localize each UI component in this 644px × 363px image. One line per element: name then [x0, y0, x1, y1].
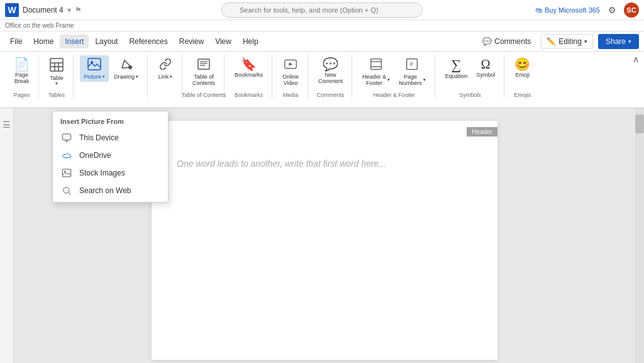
- stock-images-label: Stock Images: [79, 169, 125, 177]
- bookmarks-button[interactable]: 🔖 Bookmarks: [231, 55, 267, 81]
- page-break-button[interactable]: 📄 PageBreak: [10, 55, 33, 87]
- header-footer-button[interactable]: Header &Footer ▾: [358, 55, 394, 89]
- device-icon: [60, 133, 73, 143]
- editing-button[interactable]: ✏️ Editing ▾: [541, 34, 593, 49]
- doc-title: Document 4: [23, 6, 64, 14]
- ribbon-group-tables: Table ▾ Tables: [40, 54, 74, 98]
- online-video-button[interactable]: OnlineVideo: [279, 55, 303, 89]
- svg-rect-14: [371, 59, 382, 70]
- page-numbers-button[interactable]: # PageNumbers ▾: [395, 55, 430, 89]
- table-icon: [50, 58, 64, 74]
- svg-point-7: [128, 65, 132, 69]
- tables-buttons: Table ▾: [45, 54, 68, 89]
- toc-button[interactable]: Table ofContents: [189, 55, 219, 89]
- search-on-web-label: Search on Web: [79, 186, 131, 195]
- ribbon-group-comments: 💬 NewComment Comments: [309, 54, 352, 98]
- menu-bar: File Home Insert Layout References Revie…: [0, 31, 644, 52]
- media-group-label: Media: [283, 92, 299, 98]
- links-buttons: Link ▾: [154, 54, 177, 82]
- share-button[interactable]: Share ▾: [598, 34, 639, 49]
- header-footer-buttons: Header &Footer ▾ # PageNumbers ▾: [358, 54, 430, 89]
- menu-bar-right: 💬 Comments ✏️ Editing ▾ Share ▾: [477, 34, 639, 49]
- tables-group-label: Tables: [48, 92, 65, 98]
- avatar[interactable]: SC: [624, 3, 639, 18]
- pages-buttons: 📄 PageBreak: [10, 54, 33, 87]
- document-placeholder[interactable]: One word leads to another, write that fi…: [152, 121, 497, 206]
- sidebar-toggle[interactable]: ☰: [3, 120, 11, 130]
- search-input[interactable]: [221, 3, 423, 18]
- comments-icon: 💬: [482, 37, 492, 46]
- dropdown-header: Insert Picture From: [53, 114, 168, 129]
- stock-images-icon: [60, 168, 73, 178]
- menu-help[interactable]: Help: [238, 35, 264, 48]
- picture-icon: [87, 58, 101, 72]
- svg-rect-8: [198, 59, 209, 69]
- vertical-scrollbar[interactable]: [635, 108, 644, 363]
- emoji-button[interactable]: 😊 Emoji: [511, 55, 534, 81]
- symbol-button[interactable]: Ω Symbol: [472, 55, 499, 81]
- bookmarks-buttons: 🔖 Bookmarks: [231, 54, 267, 81]
- ribbon-group-illustrations: Picture ▾ Drawing: [75, 54, 148, 98]
- symbol-icon: Ω: [481, 58, 491, 70]
- ribbon-group-emojis: 😊 Emoji Emojis: [506, 54, 539, 98]
- ribbon-collapse-button[interactable]: ∧: [633, 54, 639, 64]
- table-chevron: ▾: [55, 81, 58, 86]
- svg-marker-13: [289, 63, 293, 66]
- toc-group-label: Table of Contents: [182, 92, 226, 98]
- settings-button[interactable]: ⚙: [605, 3, 619, 17]
- comments-button[interactable]: 💬 Comments: [477, 35, 536, 48]
- svg-line-25: [69, 193, 71, 195]
- picture-label: Picture: [84, 74, 101, 80]
- buy-microsoft-button[interactable]: 🛍 Buy Microsoft 365: [535, 6, 600, 14]
- emoji-icon: 😊: [514, 58, 530, 70]
- drawing-button-top[interactable]: [116, 55, 137, 74]
- ribbon-group-toc: Table ofContents Table of Contents: [184, 54, 225, 98]
- header-label: Header: [467, 127, 497, 137]
- search-on-web-item[interactable]: Search on Web: [53, 182, 168, 199]
- picture-button-top[interactable]: [84, 55, 105, 74]
- document-page: Header One word leads to another, write …: [152, 121, 497, 360]
- link-icon: [158, 58, 172, 72]
- title-bar: W Document 4 ▾ ⚑ 🔍 🛍 Buy Microsoft 365 ⚙…: [0, 0, 644, 20]
- buy-ms-icon: 🛍: [535, 6, 542, 14]
- equation-icon: ∑: [452, 58, 462, 72]
- header-footer-group-label: Header & Footer: [373, 92, 415, 98]
- search-web-icon: [60, 186, 73, 196]
- stock-images-item[interactable]: Stock Images: [53, 164, 168, 182]
- picture-chevron: ▾: [103, 74, 105, 79]
- ribbon-group-symbols: ∑ Equation Ω Symbol Symbols: [436, 54, 505, 98]
- table-button[interactable]: Table ▾: [45, 55, 68, 89]
- onedrive-label: OneDrive: [79, 151, 111, 160]
- illustrations-buttons: Picture ▾ Drawing: [80, 54, 142, 82]
- menu-insert[interactable]: Insert: [60, 35, 89, 48]
- new-comment-icon: 💬: [323, 58, 338, 70]
- svg-text:#: #: [410, 61, 414, 67]
- equation-button[interactable]: ∑ Equation: [441, 55, 472, 82]
- drawing-label: Drawing: [114, 74, 135, 80]
- title-bar-right: 🛍 Buy Microsoft 365 ⚙ SC: [535, 3, 639, 18]
- ribbon-group-media: OnlineVideo Media: [274, 54, 308, 98]
- page-numbers-icon: #: [405, 58, 419, 72]
- this-device-item[interactable]: This Device: [53, 129, 168, 147]
- onedrive-item[interactable]: OneDrive: [53, 147, 168, 164]
- menu-file[interactable]: File: [5, 35, 27, 48]
- drawing-chevron: ▾: [136, 74, 138, 79]
- picture-button-bottom[interactable]: Picture ▾: [80, 74, 109, 82]
- new-comment-button[interactable]: 💬 NewComment: [314, 55, 347, 87]
- app-bar-text: Office on the web Frame: [5, 22, 74, 29]
- bookmarks-group-label: Bookmarks: [235, 92, 263, 98]
- drawing-button-bottom[interactable]: Drawing ▾: [110, 74, 142, 82]
- menu-review[interactable]: Review: [174, 35, 209, 48]
- picture-button[interactable]: Picture ▾: [80, 55, 109, 82]
- menu-layout[interactable]: Layout: [90, 35, 123, 48]
- svg-point-24: [64, 187, 69, 193]
- drawing-button[interactable]: Drawing ▾: [110, 55, 142, 82]
- ribbon-group-pages: 📄 PageBreak Pages: [5, 54, 39, 98]
- link-button[interactable]: Link ▾: [154, 55, 177, 82]
- menu-home[interactable]: Home: [28, 35, 58, 48]
- menu-view[interactable]: View: [210, 35, 236, 48]
- svg-rect-19: [62, 134, 70, 140]
- menu-references[interactable]: References: [124, 35, 172, 48]
- svg-rect-0: [50, 59, 63, 71]
- ribbon-group-bookmarks: 🔖 Bookmarks Bookmarks: [226, 54, 272, 98]
